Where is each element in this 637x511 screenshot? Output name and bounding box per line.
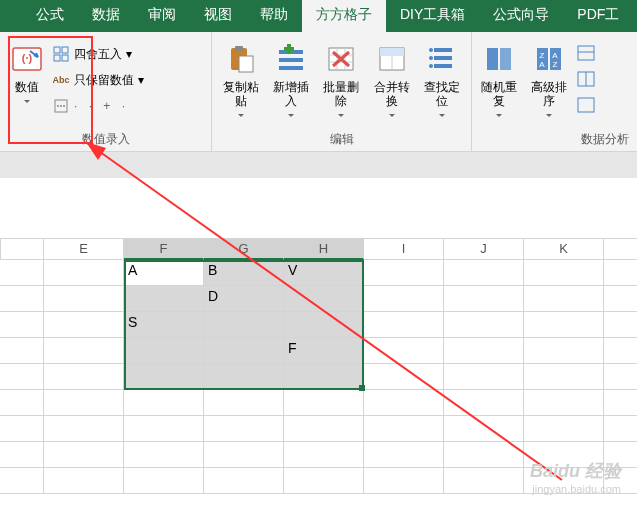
cell-J[interactable] <box>444 312 524 338</box>
cell-F[interactable] <box>124 468 204 494</box>
tab-review[interactable]: 审阅 <box>134 0 190 32</box>
row-gutter[interactable] <box>0 260 44 286</box>
cell-K[interactable] <box>524 468 604 494</box>
merge-convert-button[interactable]: 合并转换 <box>369 36 415 127</box>
cell-E[interactable] <box>44 338 124 364</box>
advanced-sort-button[interactable]: ZAAZ 高级排序 <box>526 36 572 127</box>
cell-I[interactable] <box>364 390 444 416</box>
colh-G[interactable]: G <box>204 238 284 260</box>
cell-H[interactable] <box>284 468 364 494</box>
copy-paste-button[interactable]: 复制粘贴 <box>218 36 264 127</box>
cell-F[interactable] <box>124 286 204 312</box>
random-repeat-button[interactable]: 随机重复 <box>476 36 522 127</box>
cell-J[interactable] <box>444 468 524 494</box>
colh-K[interactable]: K <box>524 238 604 260</box>
mini-tools-row[interactable]: · · + · <box>50 94 207 118</box>
tab-formula-wizard[interactable]: 公式向导 <box>479 0 563 32</box>
cell-L[interactable] <box>604 468 637 494</box>
round-button[interactable]: 四舍五入 ▾ <box>50 42 207 66</box>
colh-I[interactable]: I <box>364 238 444 260</box>
misc-icon-1[interactable] <box>576 44 596 66</box>
cell-J[interactable] <box>444 286 524 312</box>
cell-H[interactable] <box>284 390 364 416</box>
cell-E[interactable] <box>44 364 124 390</box>
tab-view[interactable]: 视图 <box>190 0 246 32</box>
cell-F[interactable] <box>124 390 204 416</box>
row-gutter[interactable] <box>0 338 44 364</box>
cell-H[interactable] <box>284 442 364 468</box>
cell-L[interactable] <box>604 416 637 442</box>
find-locate-button[interactable]: 查找定位 <box>419 36 465 127</box>
cell-E[interactable] <box>44 390 124 416</box>
cell-F[interactable] <box>124 364 204 390</box>
colh-H[interactable]: H <box>284 238 364 260</box>
cell-F[interactable] <box>124 338 204 364</box>
row-gutter[interactable] <box>0 416 44 442</box>
cell-L[interactable] <box>604 286 637 312</box>
cell-F[interactable]: S <box>124 312 204 338</box>
cell-L[interactable] <box>604 364 637 390</box>
cell-K[interactable] <box>524 416 604 442</box>
cell-I[interactable] <box>364 286 444 312</box>
cell-G[interactable] <box>204 468 284 494</box>
cell-F[interactable] <box>124 416 204 442</box>
batch-delete-button[interactable]: 批量删除 <box>318 36 364 127</box>
cell-G[interactable] <box>204 442 284 468</box>
cell-J[interactable] <box>444 260 524 286</box>
cell-K[interactable] <box>524 286 604 312</box>
cell-E[interactable] <box>44 260 124 286</box>
colh-L[interactable]: L <box>604 238 637 260</box>
cell-L[interactable] <box>604 260 637 286</box>
cell-G[interactable]: D <box>204 286 284 312</box>
cell-K[interactable] <box>524 338 604 364</box>
tab-formula[interactable]: 公式 <box>22 0 78 32</box>
cell-G[interactable]: B <box>204 260 284 286</box>
cell-J[interactable] <box>444 338 524 364</box>
cell-I[interactable] <box>364 312 444 338</box>
keep-numeric-button[interactable]: Abc 只保留数值 ▾ <box>50 68 207 92</box>
cell-I[interactable] <box>364 338 444 364</box>
cell-J[interactable] <box>444 416 524 442</box>
cell-K[interactable] <box>524 442 604 468</box>
cell-E[interactable] <box>44 312 124 338</box>
cell-L[interactable] <box>604 390 637 416</box>
tab-diy[interactable]: DIY工具箱 <box>386 0 479 32</box>
cell-E[interactable] <box>44 468 124 494</box>
cell-E[interactable] <box>44 416 124 442</box>
insert-button[interactable]: 新增插入 <box>268 36 314 127</box>
cell-I[interactable] <box>364 416 444 442</box>
cell-K[interactable] <box>524 312 604 338</box>
tab-data[interactable]: 数据 <box>78 0 134 32</box>
cell-K[interactable] <box>524 364 604 390</box>
tab-ffgz[interactable]: 方方格子 <box>302 0 386 32</box>
cell-J[interactable] <box>444 390 524 416</box>
cell-H[interactable]: F <box>284 338 364 364</box>
cell-G[interactable] <box>204 312 284 338</box>
spreadsheet[interactable]: E F G H I J K L ABVDSF <box>0 238 637 494</box>
numeric-button[interactable]: (·) 数值 <box>4 36 50 127</box>
cell-E[interactable] <box>44 286 124 312</box>
row-gutter[interactable] <box>0 286 44 312</box>
cell-K[interactable] <box>524 260 604 286</box>
cell-J[interactable] <box>444 364 524 390</box>
cell-H[interactable]: V <box>284 260 364 286</box>
misc-icon-3[interactable] <box>576 96 596 118</box>
cell-G[interactable] <box>204 338 284 364</box>
cell-H[interactable] <box>284 286 364 312</box>
cell-I[interactable] <box>364 442 444 468</box>
cell-L[interactable] <box>604 312 637 338</box>
cell-I[interactable] <box>364 364 444 390</box>
row-gutter[interactable] <box>0 364 44 390</box>
cell-F[interactable] <box>124 442 204 468</box>
cell-J[interactable] <box>444 442 524 468</box>
colh-E[interactable]: E <box>44 238 124 260</box>
row-gutter[interactable] <box>0 390 44 416</box>
cell-I[interactable] <box>364 468 444 494</box>
cell-L[interactable] <box>604 442 637 468</box>
cell-E[interactable] <box>44 442 124 468</box>
tab-help[interactable]: 帮助 <box>246 0 302 32</box>
cell-G[interactable] <box>204 416 284 442</box>
colh-J[interactable]: J <box>444 238 524 260</box>
cell-G[interactable] <box>204 364 284 390</box>
cell-L[interactable] <box>604 338 637 364</box>
